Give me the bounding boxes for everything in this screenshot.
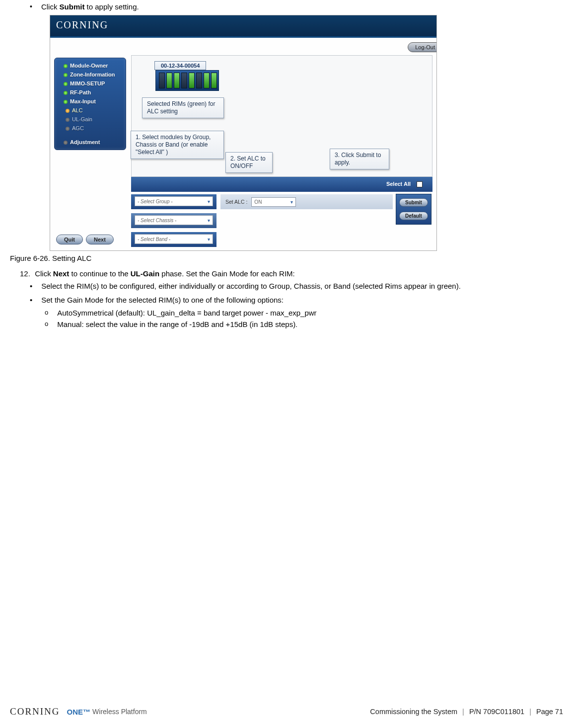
sidebar-sub-alc[interactable]: ALC bbox=[55, 106, 126, 115]
step12-p3: phase. Set the Gain Mode for each RIM: bbox=[159, 269, 295, 278]
quit-button[interactable]: Quit bbox=[56, 235, 83, 244]
circle-bullet-icon: o bbox=[45, 309, 48, 317]
footer-right: Commissioning the System | P/N 709C01180… bbox=[370, 708, 563, 716]
callout-step1: 1. Select modules by Group, Chassis or B… bbox=[131, 131, 224, 159]
step12-b1: Next bbox=[53, 269, 70, 278]
sidebar-item-mimo-setup[interactable]: MIMO-SETUP bbox=[55, 79, 126, 88]
rim-slot-selected[interactable] bbox=[204, 73, 210, 88]
footer-corning-logo: CORNING bbox=[10, 706, 60, 717]
next-button[interactable]: Next bbox=[86, 235, 114, 244]
instr-bold: Submit bbox=[60, 2, 85, 11]
default-button[interactable]: Default bbox=[399, 212, 428, 220]
step12-p2: to continue to the bbox=[69, 269, 130, 278]
action-panel: Submit Default bbox=[396, 194, 431, 225]
filter-dropdowns: - Select Group - - Select Chassis - - Se… bbox=[131, 194, 216, 247]
rim-slot[interactable] bbox=[159, 73, 165, 88]
select-all-checkbox[interactable] bbox=[417, 181, 423, 187]
step-number: 12. bbox=[20, 269, 33, 278]
option-auto-text: AutoSymmetrical (default): UL_gain_delta… bbox=[57, 309, 316, 317]
bullet-dot-icon: • bbox=[30, 295, 32, 306]
bullet-dot-icon: • bbox=[30, 281, 32, 292]
app-header: CORNING bbox=[50, 15, 436, 36]
rim-slot-selected[interactable] bbox=[189, 73, 195, 88]
step-12: 12. Click Next to continue to the UL-Gai… bbox=[20, 269, 563, 278]
footer-section: Commissioning the System bbox=[370, 708, 457, 716]
rim-slot-selected[interactable] bbox=[174, 73, 180, 88]
figure-screenshot: CORNING Log-Out Module-Owner Zone-Inform… bbox=[50, 15, 437, 251]
rim-slot[interactable] bbox=[196, 73, 202, 88]
instruction-bullet: • Click Submit to apply setting. bbox=[30, 2, 563, 11]
set-alc-dropdown[interactable]: ON bbox=[251, 197, 296, 207]
callout-step2: 2. Set ALC to ON/OFF bbox=[225, 152, 273, 173]
rim-chassis bbox=[155, 70, 219, 91]
circle-bullet-icon: o bbox=[45, 320, 48, 328]
sub-bullet-text-2: Set the Gain Mode for the selected RIM(s… bbox=[41, 295, 284, 306]
footer-separator: | bbox=[529, 708, 531, 716]
step12-b2: UL-Gain bbox=[131, 269, 159, 278]
footer-pn: P/N 709C011801 bbox=[469, 708, 524, 716]
rim-slot-selected[interactable] bbox=[166, 73, 172, 88]
sidebar-item-module-owner[interactable]: Module-Owner bbox=[55, 61, 126, 70]
sidebar-item-zone-info[interactable]: Zone-Information bbox=[55, 70, 126, 79]
instr-prefix: Click bbox=[41, 2, 60, 11]
logout-button[interactable]: Log-Out bbox=[408, 42, 437, 52]
instr-suffix: to apply setting. bbox=[84, 2, 139, 11]
sidebar-sub-ul-gain[interactable]: UL-Gain bbox=[55, 115, 126, 124]
select-all-bar: Select All bbox=[131, 177, 432, 192]
footer-page: Page 71 bbox=[536, 708, 563, 716]
sidebar-item-rf-path[interactable]: RF-Path bbox=[55, 88, 126, 97]
callout-step3: 3. Click Submit to apply. bbox=[330, 149, 389, 169]
footer-separator: | bbox=[462, 708, 464, 716]
figure-caption: Figure 6-26. Setting ALC bbox=[10, 254, 563, 262]
step12-p1: Click bbox=[35, 269, 53, 278]
sub-bullet-text-1: Select the RIM(s) to be configured, eith… bbox=[41, 281, 461, 292]
footer-one-sub: Wireless Platform bbox=[92, 708, 147, 716]
footer-one-logo: ONE™ bbox=[67, 708, 91, 716]
set-alc-label: Set ALC : bbox=[225, 199, 247, 205]
rim-slot[interactable] bbox=[181, 73, 187, 88]
sidebar-sub-agc[interactable]: AGC bbox=[55, 124, 126, 133]
select-band-dropdown[interactable]: - Select Band - bbox=[135, 234, 213, 244]
sub-bullet-gain-mode: • Set the Gain Mode for the selected RIM… bbox=[30, 295, 563, 306]
sidebar-item-max-input[interactable]: Max-Input bbox=[55, 97, 126, 106]
select-group-dropdown[interactable]: - Select Group - bbox=[135, 196, 213, 206]
sidebar-item-adjustment[interactable]: Adjustment bbox=[55, 138, 126, 147]
wizard-nav-buttons: Quit Next bbox=[56, 235, 114, 244]
submit-button[interactable]: Submit bbox=[399, 198, 428, 207]
option-auto: o AutoSymmetrical (default): UL_gain_del… bbox=[45, 309, 563, 317]
page-footer: CORNING ONE™ Wireless Platform Commissio… bbox=[10, 706, 563, 717]
bullet-dot-icon: • bbox=[30, 2, 32, 10]
select-all-label: Select All bbox=[386, 181, 411, 187]
wizard-sidebar: Module-Owner Zone-Information MIMO-SETUP… bbox=[54, 58, 126, 150]
chassis-mac-label: 00-12-34-00054 bbox=[154, 61, 206, 70]
callout-selected-rims: Selected RIMs (green) for ALC setting bbox=[142, 97, 224, 118]
set-alc-row: Set ALC : ON bbox=[220, 194, 393, 209]
option-manual: o Manual: select the value in the range … bbox=[45, 320, 563, 328]
sub-bullet-select-rim: • Select the RIM(s) to be configured, ei… bbox=[30, 281, 563, 292]
brand-logo: CORNING bbox=[56, 19, 108, 30]
rim-slot-selected[interactable] bbox=[211, 73, 217, 88]
select-chassis-dropdown[interactable]: - Select Chassis - bbox=[135, 215, 213, 225]
option-manual-text: Manual: select the value in the range of… bbox=[57, 320, 297, 328]
